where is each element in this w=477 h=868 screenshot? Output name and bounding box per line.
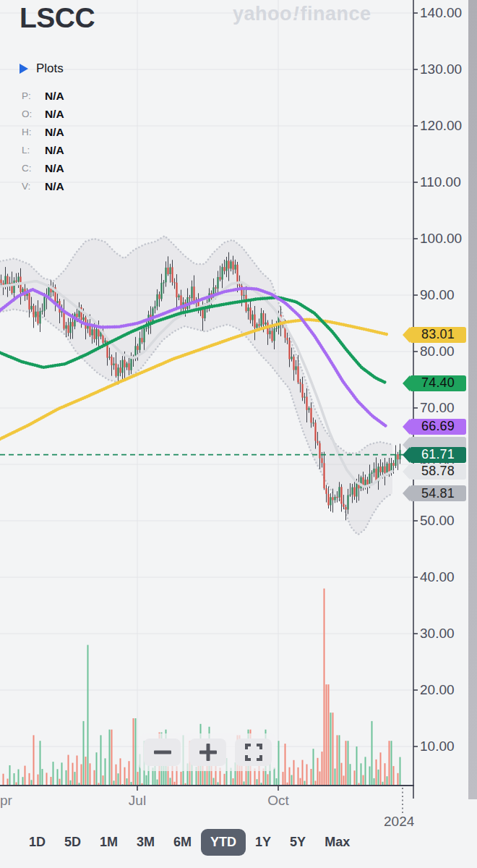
range-button-5d[interactable]: 5D (55, 829, 90, 856)
range-button-3m[interactable]: 3M (127, 829, 164, 856)
tag-arrow-icon (403, 327, 410, 343)
y-axis-tick-label: 110.00 (420, 174, 470, 190)
range-button-ytd[interactable]: YTD (201, 829, 246, 856)
tag-arrow-icon (403, 419, 410, 435)
y-axis-tick-label: 50.00 (420, 513, 470, 529)
watermark-pre: yahoo (233, 3, 292, 25)
tag-value: 54.81 (421, 486, 455, 501)
tag-value: 58.78 (421, 464, 455, 479)
legend-row-value: N/A (45, 126, 64, 139)
legend-row: P:N/A (22, 87, 64, 105)
triangle-right-icon (20, 64, 28, 74)
ticker-symbol: LSCC (20, 2, 95, 34)
bollinger-fill (0, 236, 392, 535)
legend-row: C:N/A (22, 159, 64, 177)
price-tag-61.71: 61.71 (410, 447, 466, 463)
zoom-out-button[interactable] (144, 739, 181, 766)
legend-row-label: L: (22, 145, 45, 156)
x-axis-label: Jul (124, 793, 150, 809)
legend-row-label: C: (22, 163, 45, 174)
y-axis-tick-label: 90.00 (420, 287, 470, 303)
scrollbar-strip[interactable] (468, 0, 477, 799)
legend-row-value: N/A (45, 144, 64, 157)
y-axis-tick-label: 30.00 (420, 626, 470, 642)
fullscreen-icon (245, 744, 262, 761)
tag-value: 66.69 (421, 419, 455, 434)
y-axis-tick-label: 20.00 (420, 682, 470, 698)
watermark-bang: ! (293, 3, 300, 25)
legend-row: L:N/A (22, 141, 64, 159)
tag-value: 74.40 (421, 375, 455, 391)
tag-arrow-icon (403, 447, 410, 463)
legend-row-label: O: (22, 109, 45, 119)
range-button-max[interactable]: Max (315, 829, 359, 856)
x-axis-year-label: 2024 (384, 814, 414, 830)
price-tag-83.01: 83.01 (410, 327, 466, 343)
fullscreen-button[interactable] (235, 739, 272, 766)
legend-row-label: H: (22, 127, 45, 137)
range-button-1m[interactable]: 1M (90, 829, 127, 856)
x-axis-label: Oct (265, 793, 291, 809)
ohlc-legend: P:N/AO:N/AH:N/AL:N/AC:N/AV:N/A (22, 87, 64, 195)
price-tag-54.81: 54.81 (410, 485, 466, 501)
stock-chart-app: yahoo!finance LSCC Plots P:N/AO:N/AH:N/A… (0, 0, 477, 868)
price-tag-74.40: 74.40 (410, 375, 466, 391)
legend-row: H:N/A (22, 123, 64, 141)
range-button-6m[interactable]: 6M (164, 829, 201, 856)
range-selector: 1D5D1M3M6MYTD1Y5YMax (0, 829, 477, 856)
legend-row-value: N/A (45, 108, 64, 121)
y-axis-tick-label: 140.00 (420, 5, 470, 21)
price-tag-66.69: 66.69 (410, 419, 466, 435)
plots-legend-toggle[interactable]: Plots (20, 61, 64, 76)
legend-row: V:N/A (22, 177, 64, 195)
zoom-in-button[interactable] (189, 739, 226, 766)
legend-row-value: N/A (45, 180, 64, 193)
legend-row-label: P: (22, 90, 45, 101)
y-axis-tick-label: 100.00 (420, 231, 470, 247)
zoom-controls (139, 733, 277, 771)
y-axis-tick-label: 80.00 (420, 344, 470, 359)
tag-arrow-icon (403, 485, 410, 501)
y-axis-tick-label: 120.00 (420, 118, 470, 134)
y-axis-tick-label: 130.00 (420, 61, 470, 77)
legend-row-value: N/A (45, 162, 64, 175)
x-axis-label: pr (0, 793, 12, 809)
range-button-1d[interactable]: 1D (20, 829, 55, 856)
watermark-post: finance (301, 3, 371, 25)
plus-icon (199, 743, 218, 762)
minus-icon (153, 743, 172, 762)
tag-value: 83.01 (421, 327, 455, 342)
y-axis-tick-label: 40.00 (420, 569, 470, 585)
tag-arrow-icon (403, 375, 410, 391)
range-button-1y[interactable]: 1Y (246, 829, 280, 856)
plots-label: Plots (36, 61, 64, 76)
y-axis-tick-label: 70.00 (420, 400, 470, 416)
range-button-5y[interactable]: 5Y (280, 829, 315, 856)
tag-value: 61.71 (421, 447, 455, 462)
ma_yellow-line (0, 320, 388, 439)
legend-row: O:N/A (22, 105, 64, 123)
price-tag-58.78: 58.78 (410, 464, 466, 480)
tag-arrow-icon (403, 464, 410, 480)
yahoo-finance-watermark: yahoo!finance (233, 3, 371, 25)
y-axis-tick-label: 10.00 (420, 739, 470, 754)
legend-row-label: V: (22, 181, 45, 192)
legend-row-value: N/A (45, 90, 64, 103)
